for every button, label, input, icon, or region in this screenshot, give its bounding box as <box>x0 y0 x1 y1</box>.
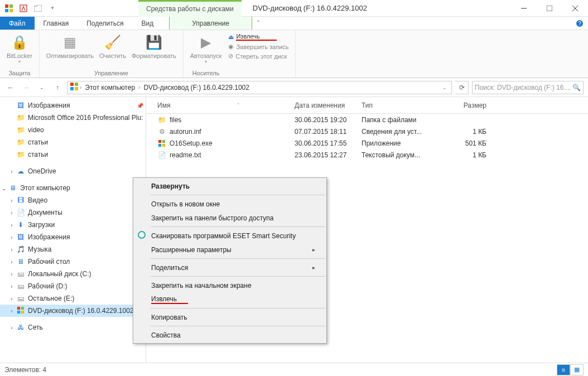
chevron-right-icon[interactable]: › <box>8 296 16 302</box>
up-button[interactable]: ↑ <box>51 81 64 94</box>
chevron-right-icon[interactable]: › <box>8 308 16 314</box>
ribbon: 🔒 BitLocker ▾ Защита ▦ Оптимизировать 🧹 … <box>0 30 588 78</box>
qat-dropdown-icon[interactable]: ▼ <box>47 3 58 14</box>
sidebar-item-network[interactable]: ›🖧Сеть <box>0 321 146 334</box>
tab-view[interactable]: Вид <box>132 17 162 30</box>
chevron-right-icon[interactable]: › <box>138 84 140 90</box>
eject-button[interactable]: ⏏ Извлечь <box>226 32 291 41</box>
chevron-down-icon[interactable]: ⌄ <box>0 185 8 191</box>
erase-button[interactable]: ⊘ Стереть этот диск <box>226 52 291 60</box>
column-name[interactable]: Имя˄ <box>146 102 295 109</box>
tab-file[interactable]: Файл <box>0 17 35 30</box>
autorun-button[interactable]: ▶ Автозапуск ▾ <box>188 32 224 65</box>
help-icon[interactable]: ? <box>571 17 588 30</box>
finalize-button[interactable]: ◉ Завершить запись <box>226 42 291 51</box>
menu-scan-eset[interactable]: Сканировать программой ESET Smart Securi… <box>133 229 326 243</box>
tab-home[interactable]: Главная <box>35 17 78 30</box>
sidebar-item-local-e[interactable]: ›🖴Остальное (E:) <box>0 292 146 305</box>
chevron-right-icon[interactable]: › <box>8 259 16 265</box>
menu-open-new-window[interactable]: Открыть в новом окне <box>133 197 326 211</box>
chevron-right-icon[interactable]: › <box>8 283 16 290</box>
file-date: 23.06.2015 12:27 <box>295 151 362 159</box>
chevron-right-icon[interactable]: › <box>8 222 16 228</box>
list-item[interactable]: 📁files 30.06.2015 19:20 Папка с файлами <box>146 114 588 126</box>
chevron-right-icon[interactable]: › <box>8 271 16 277</box>
chevron-right-icon[interactable]: › <box>8 234 16 240</box>
sidebar-item-articles2[interactable]: 📁статьи <box>0 148 146 161</box>
breadcrumb-dvd[interactable]: DVD-дисковод (F:) 16.0.4229.1002 <box>141 84 252 91</box>
breadcrumb-this-pc[interactable]: Этот компьютер <box>83 84 137 91</box>
statusbar: Элементов: 4 ≡ ▦ <box>0 363 588 376</box>
optimize-button[interactable]: ▦ Оптимизировать <box>44 32 96 60</box>
details-view-button[interactable]: ≡ <box>557 364 570 375</box>
chevron-right-icon[interactable]: › <box>8 325 16 331</box>
cleanup-button[interactable]: 🧹 Очистить <box>97 32 128 60</box>
breadcrumb[interactable]: › Этот компьютер › DVD-дисковод (F:) 16.… <box>67 81 452 94</box>
sidebar-item-pictures2[interactable]: ›🖼Изображения <box>0 231 146 243</box>
chevron-right-icon[interactable]: › <box>8 247 16 253</box>
sidebar-item-videos[interactable]: ›🎞Видео <box>0 194 146 206</box>
menu-properties[interactable]: Свойства <box>133 328 326 342</box>
desktop-icon: 🖥 <box>16 258 26 266</box>
column-type[interactable]: Тип <box>362 102 444 109</box>
file-type: Сведения для уст... <box>362 128 444 136</box>
list-item[interactable]: ⚙autorun.inf 07.07.2015 18:11 Сведения д… <box>146 126 588 137</box>
collapse-ribbon-icon[interactable]: ˄ <box>252 17 264 30</box>
sidebar-item-desktop[interactable]: ›🖥Рабочий стол <box>0 256 146 268</box>
menu-advanced[interactable]: Расширенные параметры▸ <box>133 243 326 257</box>
context-menu: Развернуть Открыть в новом окне Закрепит… <box>133 177 327 344</box>
list-item[interactable]: O16Setup.exe 30.06.2015 17:55 Приложение… <box>146 137 588 149</box>
forward-button[interactable]: → <box>20 81 32 94</box>
breadcrumb-dropdown-icon[interactable]: ⌄ <box>442 85 449 90</box>
refresh-button[interactable]: ⟳ <box>455 81 469 94</box>
quick-access-toolbar: ▼ <box>0 3 58 14</box>
menu-copy[interactable]: Копировать <box>133 310 326 324</box>
sidebar-item-music[interactable]: ›🎵Музыка <box>0 243 146 256</box>
back-button[interactable]: ← <box>4 81 17 94</box>
sidebar-item-office[interactable]: 📁Microsoft Office 2016 Professional Plu: <box>0 112 146 124</box>
history-dropdown-icon[interactable]: ⌄ <box>36 81 48 94</box>
drive-icon: 🖴 <box>16 270 26 278</box>
sidebar-item-documents[interactable]: ›📄Документы <box>0 206 146 219</box>
svg-rect-17 <box>17 310 20 313</box>
sidebar-item-dvd[interactable]: ›DVD-дисковод (F:) 16.0.4229.1002 <box>0 305 146 317</box>
bitlocker-button[interactable]: 🔒 BitLocker ▾ <box>4 32 35 65</box>
search-placeholder: Поиск: DVD-дисковод (F:) 16.... <box>475 84 571 91</box>
properties-icon[interactable] <box>18 3 29 14</box>
sidebar-item-local-c[interactable]: ›🖴Локальный диск (C:) <box>0 268 146 280</box>
close-button[interactable] <box>562 0 588 17</box>
menu-separator <box>150 276 325 277</box>
sidebar-item-downloads[interactable]: ›⬇Загрузки <box>0 219 146 231</box>
sidebar-item-pictures[interactable]: 🖼Изображения📌 <box>0 99 146 112</box>
icons-view-button[interactable]: ▦ <box>570 364 584 375</box>
chevron-right-icon[interactable]: › <box>8 210 16 216</box>
tab-manage[interactable]: Управление <box>169 17 252 30</box>
sidebar-item-articles1[interactable]: 📁статьи <box>0 136 146 148</box>
format-button[interactable]: 💾 Форматировать <box>129 32 179 60</box>
chevron-right-icon[interactable]: › <box>8 168 16 175</box>
menu-share[interactable]: Поделиться▸ <box>133 261 326 274</box>
file-name: readme.txt <box>170 151 201 159</box>
menu-expand[interactable]: Развернуть <box>133 179 326 193</box>
txt-icon: 📄 <box>157 151 166 160</box>
folder-icon: 📁 <box>16 114 26 122</box>
menu-pin-start[interactable]: Закрепить на начальном экране <box>133 278 326 292</box>
menu-pin-quick[interactable]: Закрепить на панели быстрого доступа <box>133 211 326 225</box>
menu-eject[interactable]: Извлечь <box>133 292 326 306</box>
music-icon: 🎵 <box>16 245 26 253</box>
list-item[interactable]: 📄readme.txt 23.06.2015 12:27 Текстовый д… <box>146 149 588 161</box>
column-date[interactable]: Дата изменения <box>295 102 362 109</box>
sidebar-item-local-d[interactable]: ›🖴Рабочий (D:) <box>0 280 146 292</box>
computer-icon: 🖥 <box>8 184 18 192</box>
chevron-right-icon[interactable]: › <box>8 197 16 204</box>
sidebar-item-this-pc[interactable]: ⌄🖥Этот компьютер <box>0 182 146 194</box>
search-input[interactable]: Поиск: DVD-дисковод (F:) 16.... 🔍 <box>472 81 584 94</box>
minimize-button[interactable] <box>511 0 537 17</box>
maximize-button[interactable] <box>537 0 562 17</box>
chevron-right-icon[interactable]: › <box>80 84 81 90</box>
column-size[interactable]: Размер <box>444 102 498 109</box>
tab-share[interactable]: Поделиться <box>78 17 132 30</box>
sidebar-item-video[interactable]: 📁video <box>0 124 146 136</box>
new-folder-icon[interactable] <box>32 3 44 14</box>
sidebar-item-onedrive[interactable]: ›☁OneDrive <box>0 165 146 177</box>
